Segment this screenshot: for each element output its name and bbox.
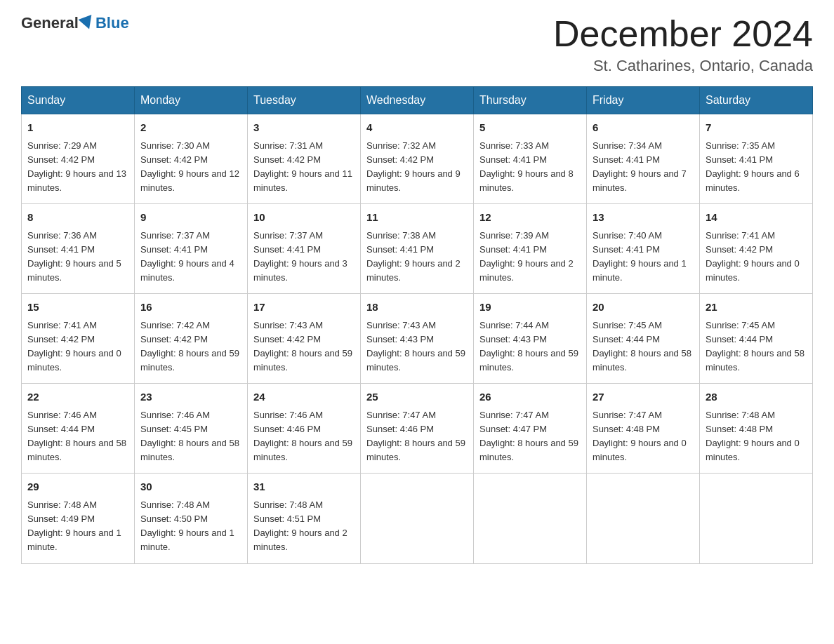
day-number: 13 [593,210,694,226]
calendar-cell: 18Sunrise: 7:43 AMSunset: 4:43 PMDayligh… [361,294,474,384]
calendar-cell: 4Sunrise: 7:32 AMSunset: 4:42 PMDaylight… [361,114,474,204]
day-number: 5 [479,120,581,136]
calendar-cell: 24Sunrise: 7:46 AMSunset: 4:46 PMDayligh… [248,384,361,474]
day-number: 24 [253,389,355,405]
calendar-cell: 25Sunrise: 7:47 AMSunset: 4:46 PMDayligh… [361,384,474,474]
calendar-cell: 13Sunrise: 7:40 AMSunset: 4:41 PMDayligh… [587,204,700,294]
calendar-cell: 22Sunrise: 7:46 AMSunset: 4:44 PMDayligh… [22,384,135,474]
day-info: Sunrise: 7:34 AMSunset: 4:41 PMDaylight:… [593,139,694,196]
calendar-cell: 1Sunrise: 7:29 AMSunset: 4:42 PMDaylight… [22,114,135,204]
calendar-cell: 28Sunrise: 7:48 AMSunset: 4:48 PMDayligh… [700,384,813,474]
day-number: 30 [140,479,241,495]
day-number: 20 [593,300,694,316]
day-info: Sunrise: 7:46 AMSunset: 4:44 PMDaylight:… [27,408,128,465]
day-info: Sunrise: 7:37 AMSunset: 4:41 PMDaylight:… [253,229,355,286]
logo: General Blue [21,14,129,32]
day-info: Sunrise: 7:40 AMSunset: 4:41 PMDaylight:… [593,229,694,286]
weekday-header-monday: Monday [135,87,248,114]
calendar-cell: 16Sunrise: 7:42 AMSunset: 4:42 PMDayligh… [135,294,248,384]
calendar-cell: 11Sunrise: 7:38 AMSunset: 4:41 PMDayligh… [361,204,474,294]
day-info: Sunrise: 7:30 AMSunset: 4:42 PMDaylight:… [140,139,241,196]
logo-blue-text: Blue [95,14,129,32]
calendar-cell: 8Sunrise: 7:36 AMSunset: 4:41 PMDaylight… [22,204,135,294]
calendar-cell: 3Sunrise: 7:31 AMSunset: 4:42 PMDaylight… [248,114,361,204]
calendar-cell [700,474,813,563]
day-number: 6 [593,120,694,136]
day-info: Sunrise: 7:36 AMSunset: 4:41 PMDaylight:… [27,229,128,286]
day-number: 2 [140,120,241,136]
day-info: Sunrise: 7:48 AMSunset: 4:48 PMDaylight:… [706,408,807,465]
calendar-cell: 9Sunrise: 7:37 AMSunset: 4:41 PMDaylight… [135,204,248,294]
calendar-cell: 26Sunrise: 7:47 AMSunset: 4:47 PMDayligh… [474,384,587,474]
calendar-cell: 31Sunrise: 7:48 AMSunset: 4:51 PMDayligh… [248,474,361,563]
calendar-week-5: 29Sunrise: 7:48 AMSunset: 4:49 PMDayligh… [22,474,813,563]
day-number: 25 [366,389,468,405]
day-info: Sunrise: 7:48 AMSunset: 4:51 PMDaylight:… [253,498,355,555]
day-info: Sunrise: 7:46 AMSunset: 4:45 PMDaylight:… [140,408,241,465]
calendar-table: SundayMondayTuesdayWednesdayThursdayFrid… [21,86,813,563]
day-number: 11 [366,210,468,226]
day-number: 26 [479,389,581,405]
day-number: 27 [593,389,694,405]
day-number: 28 [706,389,807,405]
calendar-cell [474,474,587,563]
logo-triangle-icon [78,15,95,32]
calendar-cell: 10Sunrise: 7:37 AMSunset: 4:41 PMDayligh… [248,204,361,294]
calendar-cell: 20Sunrise: 7:45 AMSunset: 4:44 PMDayligh… [587,294,700,384]
day-number: 16 [140,300,241,316]
calendar-cell: 29Sunrise: 7:48 AMSunset: 4:49 PMDayligh… [22,474,135,563]
day-number: 21 [706,300,807,316]
day-number: 7 [706,120,807,136]
day-info: Sunrise: 7:48 AMSunset: 4:49 PMDaylight:… [27,498,128,555]
logo-general-text: General [21,14,79,32]
calendar-cell [361,474,474,563]
calendar-cell: 7Sunrise: 7:35 AMSunset: 4:41 PMDaylight… [700,114,813,204]
day-info: Sunrise: 7:45 AMSunset: 4:44 PMDaylight:… [593,318,694,375]
day-info: Sunrise: 7:47 AMSunset: 4:47 PMDaylight:… [479,408,581,465]
day-info: Sunrise: 7:42 AMSunset: 4:42 PMDaylight:… [140,318,241,375]
day-number: 22 [27,389,128,405]
day-info: Sunrise: 7:41 AMSunset: 4:42 PMDaylight:… [27,318,128,375]
calendar-week-4: 22Sunrise: 7:46 AMSunset: 4:44 PMDayligh… [22,384,813,474]
weekday-header-thursday: Thursday [474,87,587,114]
day-number: 18 [366,300,468,316]
calendar-cell: 12Sunrise: 7:39 AMSunset: 4:41 PMDayligh… [474,204,587,294]
day-info: Sunrise: 7:41 AMSunset: 4:42 PMDaylight:… [706,229,807,286]
day-info: Sunrise: 7:45 AMSunset: 4:44 PMDaylight:… [706,318,807,375]
day-number: 31 [253,479,355,495]
day-info: Sunrise: 7:47 AMSunset: 4:46 PMDaylight:… [366,408,468,465]
day-info: Sunrise: 7:32 AMSunset: 4:42 PMDaylight:… [366,139,468,196]
weekday-header-saturday: Saturday [700,87,813,114]
calendar-cell: 23Sunrise: 7:46 AMSunset: 4:45 PMDayligh… [135,384,248,474]
day-info: Sunrise: 7:29 AMSunset: 4:42 PMDaylight:… [27,139,128,196]
day-number: 19 [479,300,581,316]
day-info: Sunrise: 7:43 AMSunset: 4:42 PMDaylight:… [253,318,355,375]
day-number: 17 [253,300,355,316]
header: General Blue December 2024 St. Catharine… [21,14,813,75]
calendar-cell: 5Sunrise: 7:33 AMSunset: 4:41 PMDaylight… [474,114,587,204]
calendar-cell: 6Sunrise: 7:34 AMSunset: 4:41 PMDaylight… [587,114,700,204]
day-number: 15 [27,300,128,316]
day-info: Sunrise: 7:35 AMSunset: 4:41 PMDaylight:… [706,139,807,196]
calendar-week-2: 8Sunrise: 7:36 AMSunset: 4:41 PMDaylight… [22,204,813,294]
day-info: Sunrise: 7:33 AMSunset: 4:41 PMDaylight:… [479,139,581,196]
day-info: Sunrise: 7:47 AMSunset: 4:48 PMDaylight:… [593,408,694,465]
day-number: 8 [27,210,128,226]
weekday-header-friday: Friday [587,87,700,114]
day-number: 23 [140,389,241,405]
day-info: Sunrise: 7:43 AMSunset: 4:43 PMDaylight:… [366,318,468,375]
location-title: St. Catharines, Ontario, Canada [553,57,813,75]
calendar-cell: 30Sunrise: 7:48 AMSunset: 4:50 PMDayligh… [135,474,248,563]
calendar-cell: 2Sunrise: 7:30 AMSunset: 4:42 PMDaylight… [135,114,248,204]
day-info: Sunrise: 7:39 AMSunset: 4:41 PMDaylight:… [479,229,581,286]
calendar-cell: 21Sunrise: 7:45 AMSunset: 4:44 PMDayligh… [700,294,813,384]
calendar-cell: 27Sunrise: 7:47 AMSunset: 4:48 PMDayligh… [587,384,700,474]
weekday-header-wednesday: Wednesday [361,87,474,114]
calendar-cell: 19Sunrise: 7:44 AMSunset: 4:43 PMDayligh… [474,294,587,384]
calendar-cell [587,474,700,563]
day-number: 9 [140,210,241,226]
day-info: Sunrise: 7:46 AMSunset: 4:46 PMDaylight:… [253,408,355,465]
day-info: Sunrise: 7:48 AMSunset: 4:50 PMDaylight:… [140,498,241,555]
title-area: December 2024 St. Catharines, Ontario, C… [553,14,813,75]
day-number: 10 [253,210,355,226]
